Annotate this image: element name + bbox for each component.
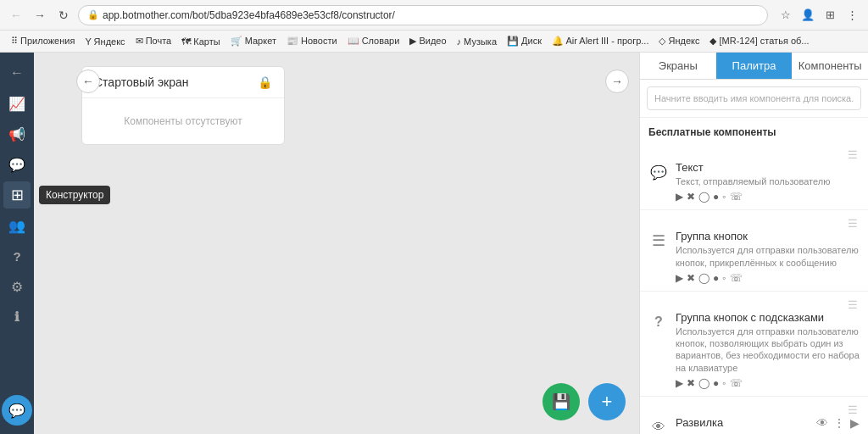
extensions-button[interactable]: ⊞ xyxy=(821,6,839,25)
nav-arrow-right[interactable]: → xyxy=(605,70,629,93)
vk-icon: ◯ xyxy=(698,191,709,203)
bookmark-video[interactable]: ▶ Видео xyxy=(405,34,450,48)
buttons-component-info: Группа кнопок Используется для отправки … xyxy=(676,230,860,284)
text-component-desc: Текст, отправляемый пользователю xyxy=(676,175,860,187)
bookmark-disk[interactable]: 💾 Диск xyxy=(503,34,546,48)
sidebar-analytics-button[interactable]: 📈 xyxy=(3,90,31,117)
hints-component-info: Группа кнопок с подсказками Используется… xyxy=(676,311,860,389)
sidebar-broadcast-button[interactable]: 📢 xyxy=(3,120,31,147)
bookmark-yandex[interactable]: Y Яндекс xyxy=(81,35,129,48)
fb-icon: ▶ xyxy=(676,191,683,203)
bookmark-maps[interactable]: 🗺 Карты xyxy=(177,35,224,48)
screen-card: Стартовый экран 🔒 Компоненты отсутствуют xyxy=(81,66,285,145)
hints-component-desc: Используется для отправки пользователю к… xyxy=(676,326,860,374)
bottom-buttons: 💾 + xyxy=(542,383,626,420)
nav-arrow-left[interactable]: ← xyxy=(76,70,100,93)
reload-button[interactable]: ↻ xyxy=(54,6,73,25)
sidebar-bottom: 💬 xyxy=(2,395,32,426)
back-button[interactable]: ← xyxy=(7,6,25,25)
bookmark-yandex2[interactable]: ◇ Яндекс xyxy=(654,34,704,48)
sidebar-constructor-button[interactable]: ⊞ xyxy=(3,181,31,209)
sidebar-info-button[interactable]: ℹ xyxy=(3,303,31,331)
drag-handle-text: ☰ xyxy=(648,148,860,161)
drag-handle-fork: ☰ xyxy=(648,403,860,416)
component-list: Бесплатные компоненты ☰ 💬 Текст Текст, о… xyxy=(640,118,868,434)
ok-icon: ● xyxy=(713,191,719,203)
profile-button[interactable]: 👤 xyxy=(798,6,817,25)
fb-icon2: ▶ xyxy=(676,272,683,284)
bookmark-mr124[interactable]: ◆ [MR-124] статья об... xyxy=(705,34,813,48)
text-component-info: Текст Текст, отправляемый пользователю ▶… xyxy=(676,161,860,203)
sidebar-comments-button[interactable]: 💬 xyxy=(3,151,31,178)
lock-icon: 🔒 xyxy=(87,9,99,20)
menu-button[interactable]: ⋮ xyxy=(843,6,861,25)
browser-actions: ☆ 👤 ⊞ ⋮ xyxy=(776,6,861,25)
extra-icon3: ☏ xyxy=(730,377,743,389)
fork-play-icon[interactable]: ▶ xyxy=(850,416,860,430)
sidebar-settings-button[interactable]: ⚙ xyxy=(3,273,31,300)
section-header-free: Бесплатные компоненты xyxy=(640,121,868,142)
component-item-buttons[interactable]: ☰ ☰ Группа кнопок Используется для отпра… xyxy=(640,210,868,292)
fork-component-info: Развилка xyxy=(676,416,810,431)
search-input[interactable] xyxy=(647,86,861,110)
forward-button[interactable]: → xyxy=(31,6,49,25)
wh-icon: ◦ xyxy=(722,191,726,203)
text-component-name: Текст xyxy=(676,161,860,174)
bookmark-mail[interactable]: ✉ Почта xyxy=(131,34,176,48)
fb-icon3: ▶ xyxy=(676,377,683,389)
tg-icon: ✖ xyxy=(687,191,695,203)
sidebar-help-button[interactable]: ? xyxy=(3,242,31,270)
component-item-hints[interactable]: ☰ ? Группа кнопок с подсказками Использу… xyxy=(640,292,868,397)
wh-icon2: ◦ xyxy=(722,272,726,284)
content-area: ← Стартовый экран 🔒 Компоненты отсутству… xyxy=(34,53,639,434)
drag-handle-hints: ☰ xyxy=(648,298,860,311)
bookmark-dict[interactable]: 📖 Словари xyxy=(343,34,404,48)
component-item-fork[interactable]: ☰ 👁 Развилка 👁 ⋮ ▶ xyxy=(640,397,868,434)
bookmark-apps[interactable]: ⠿ Приложения xyxy=(7,34,79,48)
tab-screens[interactable]: Экраны xyxy=(640,53,716,79)
bookmarks-bar: ⠿ Приложения Y Яндекс ✉ Почта 🗺 Карты 🛒 … xyxy=(0,31,868,53)
back-nav-wrapper: ← xyxy=(3,59,31,86)
fork-component-name: Развилка xyxy=(676,416,810,429)
panel-tabs: Экраны Палитра Компоненты xyxy=(640,53,868,80)
star-button[interactable]: ☆ xyxy=(776,6,795,25)
hints-component-name: Группа кнопок с подсказками xyxy=(676,311,860,324)
right-panel: Экраны Палитра Компоненты Бесплатные ком… xyxy=(639,53,868,434)
extra-icon: ☏ xyxy=(730,191,743,203)
address-text: app.botmother.com/bot/5dba923e4bfa4689e3… xyxy=(103,9,395,21)
screen-card-header: Стартовый экран 🔒 xyxy=(82,67,284,98)
fork-eye-icon[interactable]: 👁 xyxy=(816,416,828,430)
bookmark-airalert[interactable]: 🔔 Air Alert III - прогр... xyxy=(548,34,653,48)
text-platforms: ▶ ✖ ◯ ● ◦ ☏ xyxy=(676,191,860,203)
bookmark-news[interactable]: 📰 Новости xyxy=(282,34,342,48)
screen-lock-icon: 🔒 xyxy=(258,75,272,89)
bookmark-market[interactable]: 🛒 Маркет xyxy=(226,34,281,48)
vk-icon3: ◯ xyxy=(698,377,709,389)
hints-component-icon: ? xyxy=(648,311,669,331)
drag-handle-buttons: ☰ xyxy=(648,217,860,230)
screen-title: Стартовый экран xyxy=(94,75,188,89)
sidebar-back-button[interactable]: ← xyxy=(3,59,31,86)
add-button[interactable]: + xyxy=(588,383,626,420)
app-container: ← 📈 📢 💬 ⊞ Конструктор 👥 ? ⚙ ℹ 💬 ← Старто… xyxy=(0,53,868,434)
wh-icon3: ◦ xyxy=(722,377,726,389)
tab-palette[interactable]: Палитра xyxy=(716,53,793,79)
sidebar-constructor-wrapper: ⊞ Конструктор xyxy=(3,181,31,209)
buttons-component-desc: Используется для отправки пользователю к… xyxy=(676,244,860,269)
fork-actions: 👁 ⋮ ▶ xyxy=(816,416,860,430)
fork-list-icon[interactable]: ⋮ xyxy=(833,416,845,430)
component-item-text[interactable]: ☰ 💬 Текст Текст, отправляемый пользовате… xyxy=(640,142,868,210)
tab-components[interactable]: Компоненты xyxy=(792,53,868,79)
sidebar-users-button[interactable]: 👥 xyxy=(3,212,31,239)
buttons-component-icon: ☰ xyxy=(648,230,669,250)
fork-component-icon: 👁 xyxy=(648,416,669,434)
chat-button[interactable]: 💬 xyxy=(2,395,32,426)
screen-area: Стартовый экран 🔒 Компоненты отсутствуют xyxy=(81,66,626,145)
text-component-icon: 💬 xyxy=(648,161,669,181)
sidebar: ← 📈 📢 💬 ⊞ Конструктор 👥 ? ⚙ ℹ 💬 xyxy=(0,53,34,434)
vk-icon2: ◯ xyxy=(698,272,709,284)
address-bar[interactable]: 🔒 app.botmother.com/bot/5dba923e4bfa4689… xyxy=(78,5,768,25)
bookmark-music[interactable]: ♪ Музыка xyxy=(453,35,501,48)
save-button[interactable]: 💾 xyxy=(542,383,580,420)
buttons-component-name: Группа кнопок xyxy=(676,230,860,242)
